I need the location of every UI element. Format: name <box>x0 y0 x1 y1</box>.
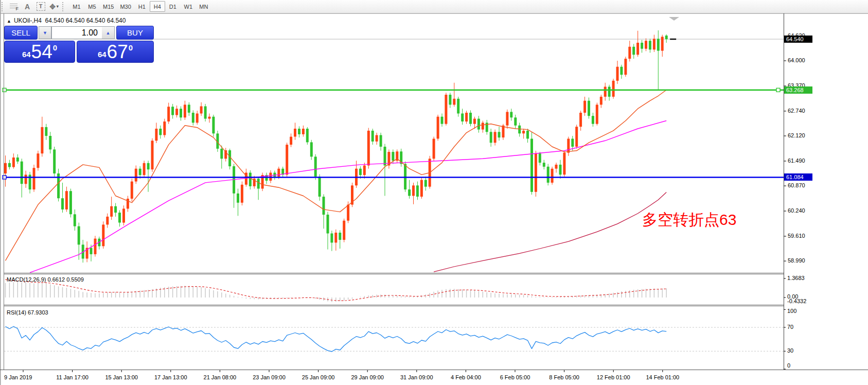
macd-axis-label: -0.4332 <box>787 298 806 304</box>
ask-superscript: 0 <box>129 43 133 52</box>
time-axis-label: 6 Feb 05:00 <box>500 374 530 380</box>
rsi-axis-label: 70 <box>787 324 793 330</box>
price-tick: 62.120 <box>788 132 805 138</box>
one-click-trading-panel: SELL ▼ ▲ BUY 64 54 0 64 67 0 <box>4 26 154 63</box>
price-tick: 60.870 <box>788 182 805 188</box>
macd-label: MACD(12,26,9) 0.6612 0.5509 <box>7 276 84 283</box>
ask-prefix: 64 <box>98 50 107 59</box>
time-axis-label: 4 Feb 04:00 <box>451 374 481 380</box>
time-axis-label: 29 Jan 09:00 <box>351 374 384 380</box>
ask-big-digits: 67 <box>107 42 128 61</box>
blue-line-price-tag: 61.084 <box>784 173 812 181</box>
buy-button[interactable]: BUY <box>116 26 154 40</box>
collapse-panel-icon[interactable]: ▲ <box>7 19 11 24</box>
price-tick: 62.740 <box>788 108 805 114</box>
time-axis-label: 25 Jan 09:00 <box>302 374 335 380</box>
green-line-price-tag: 63.268 <box>784 86 812 94</box>
mt4-terminal: F A T ✥ ▾ M1M5M15M30H1H4D1W1MN 多空转折点63 ▲… <box>0 0 868 385</box>
buy-price[interactable]: 64 67 0 <box>77 41 154 63</box>
annotation-text[interactable]: 多空转折点63 <box>642 211 736 228</box>
time-axis-label: 23 Jan 09:00 <box>253 374 286 380</box>
symbol-ohlc: 64.540 64.540 64.540 64.540 <box>45 17 126 24</box>
rsi-axis-label: 100 <box>787 308 796 314</box>
time-axis-label: 14 Feb 01:00 <box>646 374 679 380</box>
symbol-header: ▲UKOil-,H4 64.540 64.540 64.540 64.540 <box>7 17 126 24</box>
sell-button[interactable]: SELL <box>4 26 38 40</box>
bid-big-digits: 54 <box>31 42 52 61</box>
price-tick: 64.000 <box>788 57 805 63</box>
price-tick: 61.490 <box>788 157 805 164</box>
volume-increase-button[interactable]: ▲ <box>102 26 115 39</box>
time-axis-label: 12 Feb 01:00 <box>597 374 630 380</box>
price-tick: 58.990 <box>788 257 805 264</box>
time-axis-label: 9 Jan 2019 <box>4 374 32 380</box>
sell-price[interactable]: 64 54 0 <box>4 41 75 63</box>
time-axis-label: 8 Feb 05:00 <box>549 374 579 380</box>
time-axis-label: 17 Jan 13:00 <box>154 374 187 380</box>
bid-superscript: 0 <box>53 43 57 52</box>
time-axis-label: 11 Jan 17:00 <box>56 374 88 380</box>
volume-input[interactable] <box>51 26 102 39</box>
macd-axis-label: 1.3683 <box>787 275 805 281</box>
time-axis-label: 15 Jan 13:00 <box>105 374 138 380</box>
rsi-label: RSI(14) 67.9303 <box>7 309 48 316</box>
bid-prefix: 64 <box>22 50 31 59</box>
time-axis-label: 31 Jan 09:00 <box>400 374 433 380</box>
price-tick: 59.610 <box>788 233 805 239</box>
rsi-axis-label: 30 <box>787 347 793 354</box>
rsi-axis-label: 0 <box>787 362 790 369</box>
current-price-tag: 64.540 <box>784 36 812 43</box>
volume-decrease-button[interactable]: ▼ <box>39 26 51 39</box>
symbol-title: UKOil-,H4 <box>14 17 42 24</box>
time-axis-label: 21 Jan 08:00 <box>204 374 237 380</box>
price-tick: 60.240 <box>788 207 805 214</box>
